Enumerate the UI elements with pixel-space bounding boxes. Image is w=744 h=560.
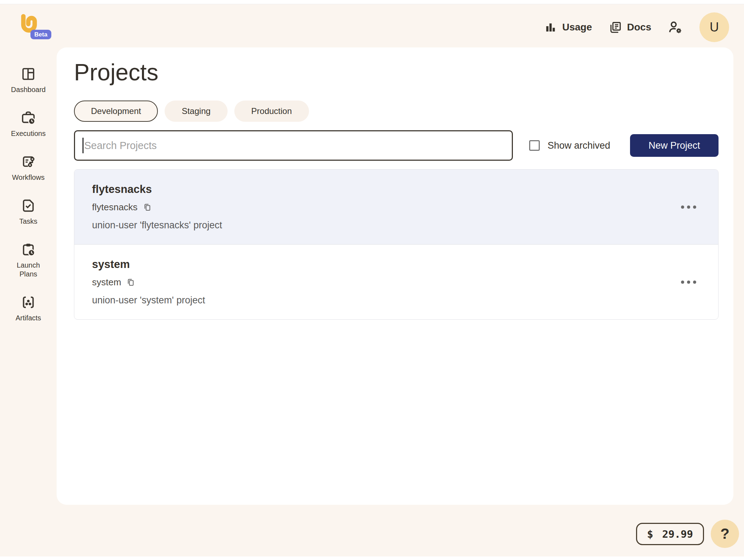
usage-nav-button[interactable]: Usage [544, 21, 592, 34]
new-project-button[interactable]: New Project [630, 134, 719, 157]
project-menu-button[interactable] [676, 275, 701, 288]
avatar-initial: U [710, 20, 719, 35]
launch-plans-icon [20, 241, 36, 258]
project-name: system [92, 258, 676, 271]
bar-chart-icon [544, 21, 557, 34]
manage-accounts-icon [668, 19, 683, 35]
more-dots-icon [681, 205, 684, 208]
sidebar-item-label: Executions [11, 129, 46, 138]
show-archived-label: Show archived [548, 140, 610, 151]
docs-label: Docs [627, 22, 651, 33]
text-cursor [82, 138, 84, 153]
project-id: system [92, 277, 121, 288]
tab-development[interactable]: Development [74, 101, 158, 122]
tab-production[interactable]: Production [234, 101, 309, 122]
executions-icon [20, 110, 36, 126]
sidebar-item-artifacts[interactable]: Artifacts [2, 294, 55, 322]
project-list: flytesnacks flytesnacks union-user 'flyt… [74, 169, 719, 320]
docs-nav-button[interactable]: Docs [608, 21, 651, 34]
show-archived-checkbox[interactable] [529, 140, 540, 151]
more-dots-icon [681, 280, 684, 284]
avatar[interactable]: U [699, 12, 729, 42]
sidebar-item-label: Artifacts [16, 314, 41, 322]
usage-label: Usage [562, 22, 592, 33]
project-name: flytesnacks [92, 183, 676, 196]
search-input[interactable] [74, 130, 513, 161]
sidebar-item-label: Dashboard [11, 85, 46, 94]
sidebar-item-tasks[interactable]: Tasks [2, 198, 55, 226]
docs-icon [608, 21, 622, 34]
domain-tabs: Development Staging Production [74, 101, 719, 122]
page-title: Projects [74, 59, 719, 86]
main-panel: Projects Development Staging Production … [57, 47, 733, 505]
currency-symbol: $ [647, 528, 653, 540]
sidebar-item-label: Workflows [12, 173, 45, 182]
window-bottom-edge [0, 556, 744, 560]
sidebar-item-label: Launch Plans [8, 261, 48, 279]
sidebar: Dashboard Executions Workflows [0, 47, 57, 322]
project-row-flytesnacks[interactable]: flytesnacks flytesnacks union-user 'flyt… [74, 170, 718, 244]
dashboard-icon [20, 66, 36, 82]
copy-icon[interactable] [126, 278, 135, 287]
project-menu-button[interactable] [676, 200, 701, 213]
search-row: Show archived New Project [74, 130, 719, 161]
project-row-system[interactable]: system system union-user 'system' projec… [74, 244, 718, 319]
project-id: flytesnacks [92, 202, 138, 213]
question-mark-icon: ? [720, 525, 729, 542]
tasks-icon [20, 198, 36, 214]
billing-amount: 29.99 [662, 528, 693, 540]
copy-icon[interactable] [142, 202, 152, 212]
billing-amount-button[interactable]: $ 29.99 [636, 523, 704, 545]
project-description: union-user 'flytesnacks' project [92, 220, 676, 231]
artifacts-icon [20, 294, 36, 310]
sidebar-item-workflows[interactable]: Workflows [2, 154, 55, 182]
manage-accounts-button[interactable] [668, 19, 683, 35]
sidebar-item-label: Tasks [19, 217, 37, 226]
sidebar-item-dashboard[interactable]: Dashboard [2, 66, 55, 94]
beta-badge: Beta [30, 30, 51, 39]
help-button[interactable]: ? [711, 520, 739, 548]
project-description: union-user 'system' project [92, 295, 676, 306]
sidebar-item-executions[interactable]: Executions [2, 110, 55, 138]
top-navigation: Usage Docs U [544, 11, 729, 44]
workflows-icon [20, 154, 36, 170]
tab-staging[interactable]: Staging [165, 101, 227, 122]
sidebar-item-launch-plans[interactable]: Launch Plans [2, 241, 55, 279]
app-screen: Beta Usage Docs [0, 0, 744, 560]
window-top-edge [0, 0, 744, 4]
